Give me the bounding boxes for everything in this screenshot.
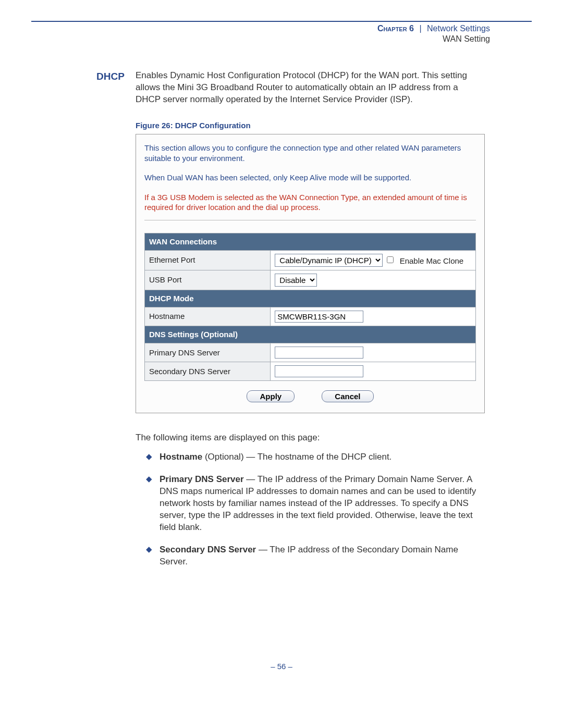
bullet-rest: (Optional) — The hostname of the DHCP cl… — [202, 452, 391, 462]
dns-settings-header: DNS Settings (Optional) — [145, 326, 476, 343]
dhcp-mode-header: DHCP Mode — [145, 290, 476, 307]
panel-intro-1: This section allows you to configure the… — [144, 143, 476, 163]
primary-dns-label: Primary DNS Server — [145, 343, 271, 362]
config-table: WAN Connections Ethernet Port Cable/Dyna… — [144, 233, 476, 381]
bullet-term: Secondary DNS Server — [160, 545, 256, 554]
ethernet-port-label: Ethernet Port — [145, 250, 271, 270]
wan-connections-header: WAN Connections — [145, 233, 476, 250]
hostname-label: Hostname — [145, 307, 271, 326]
panel-intro-2: When Dual WAN has been selected, only Ke… — [144, 172, 476, 183]
header-divider: | — [419, 24, 421, 33]
secondary-dns-label: Secondary DNS Server — [145, 362, 271, 381]
panel-divider — [144, 220, 476, 220]
ethernet-port-select[interactable]: Cable/Dynamic IP (DHCP) — [275, 254, 383, 267]
section-heading: DHCP — [96, 70, 125, 83]
bullet-term: Hostname — [160, 452, 202, 462]
usb-port-label: USB Port — [145, 270, 271, 290]
post-intro: The following items are displayed on thi… — [136, 432, 485, 444]
usb-port-select[interactable]: Disable — [275, 274, 317, 287]
enable-mac-clone-checkbox[interactable] — [387, 256, 394, 263]
bullet-term: Primary DNS Server — [160, 474, 244, 484]
list-item: Secondary DNS Server — The IP address of… — [146, 544, 485, 568]
panel-intro-warning: If a 3G USB Modem is selected as the WAN… — [144, 192, 476, 213]
apply-button[interactable]: Apply — [247, 390, 295, 402]
hostname-input[interactable] — [275, 311, 363, 323]
secondary-dns-input[interactable] — [275, 365, 363, 377]
cancel-button[interactable]: Cancel — [322, 390, 373, 402]
page-number: – 56 – — [31, 662, 532, 671]
header-subsection: WAN Setting — [31, 34, 490, 44]
config-panel: This section allows you to configure the… — [136, 134, 485, 413]
figure-caption: Figure 26: DHCP Configuration — [136, 120, 485, 131]
header-section: Network Settings — [427, 24, 490, 33]
header-line: Chapter 6 | Network Settings — [31, 24, 490, 33]
bullet-list: Hostname (Optional) — The hostname of th… — [146, 451, 485, 568]
list-item: Hostname (Optional) — The hostname of th… — [146, 451, 485, 463]
list-item: Primary DNS Server — The IP address of t… — [146, 474, 485, 534]
chapter-label: Chapter 6 — [377, 24, 414, 33]
primary-dns-input[interactable] — [275, 347, 363, 359]
section-text: Enables Dynamic Host Configuration Proto… — [136, 70, 467, 104]
enable-mac-clone-label: Enable Mac Clone — [400, 256, 464, 265]
header-rule — [31, 21, 532, 22]
